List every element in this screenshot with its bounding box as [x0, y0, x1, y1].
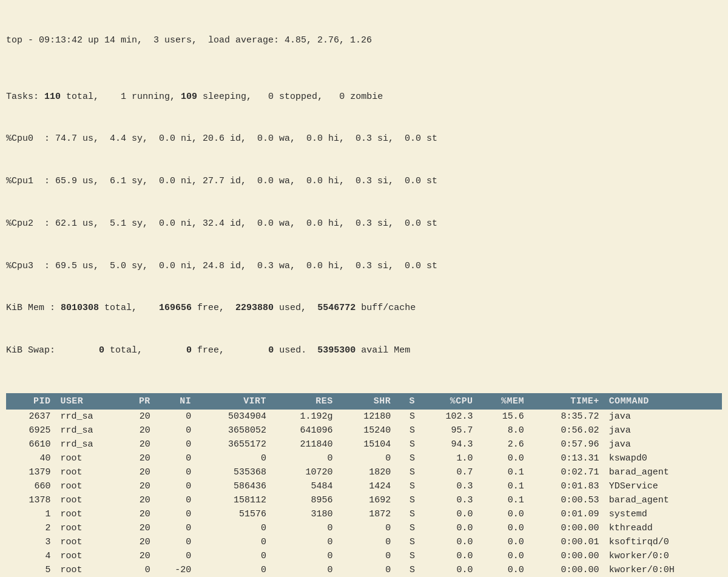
cell-ni: 0	[155, 521, 196, 535]
cell-s: S	[396, 535, 420, 549]
cell-pr: 20	[122, 493, 155, 507]
cell-pr: 20	[122, 451, 155, 465]
cell-shr: 1692	[338, 493, 396, 507]
tasks-sleeping-val: 109	[181, 92, 197, 102]
cell-pctcpu: 0.0	[420, 549, 478, 563]
col-user: USER	[55, 393, 122, 410]
table-row: 6925rrd_sa200365805264109615240S95.78.00…	[6, 423, 722, 437]
cell-command: YDService	[604, 479, 722, 493]
cell-virt: 5034904	[196, 410, 271, 423]
cell-virt: 3658052	[196, 423, 271, 437]
cell-virt: 0	[196, 563, 271, 577]
cell-pctmem: 8.0	[478, 423, 529, 437]
cell-user: root	[55, 465, 122, 479]
cell-ni: 0	[155, 410, 196, 423]
cell-shr: 0	[338, 521, 396, 535]
cell-command: kthreadd	[604, 521, 722, 535]
cell-pctmem: 0.0	[478, 535, 529, 549]
cell-pid: 6925	[6, 423, 55, 437]
cell-shr: 12180	[338, 410, 396, 423]
swap-line: KiB Swap: 0 total, 0 free, 0 used. 53953…	[6, 343, 722, 357]
cell-command: kworker/0:0H	[604, 563, 722, 577]
cell-command: kworker/0:0	[604, 549, 722, 563]
cell-user: rrd_sa	[55, 437, 122, 451]
swap-avail-val: 5395300	[317, 345, 356, 356]
cell-pctmem: 0.0	[478, 549, 529, 563]
cell-user: root	[55, 479, 122, 493]
cell-command: kswapd0	[604, 451, 722, 465]
cell-user: root	[55, 451, 122, 465]
table-row: 40root200000S1.00.00:13.31kswapd0	[6, 451, 722, 465]
cell-pid: 6610	[6, 437, 55, 451]
cell-res: 641096	[271, 423, 338, 437]
col-res: RES	[271, 393, 338, 410]
cell-virt: 3655172	[196, 437, 271, 451]
cell-pctcpu: 0.0	[420, 563, 478, 577]
cell-virt: 0	[196, 521, 271, 535]
cell-virt: 0	[196, 535, 271, 549]
cell-timeplus: 0:56.02	[529, 423, 604, 437]
cell-shr: 1820	[338, 465, 396, 479]
cell-pctcpu: 0.0	[420, 521, 478, 535]
cell-shr: 1424	[338, 479, 396, 493]
cell-s: S	[396, 479, 420, 493]
cell-pctmem: 0.0	[478, 507, 529, 521]
cell-pr: 20	[122, 507, 155, 521]
cell-pr: 20	[122, 465, 155, 479]
cell-pctcpu: 0.7	[420, 465, 478, 479]
table-row: 2root200000S0.00.00:00.00kthreadd	[6, 521, 722, 535]
cell-res: 0	[271, 535, 338, 549]
cell-shr: 0	[338, 451, 396, 465]
terminal-container: top - 09:13:42 up 14 min, 3 users, load …	[6, 5, 722, 577]
cell-shr: 15240	[338, 423, 396, 437]
mem-free-val: 169656	[159, 303, 192, 313]
col-ni: NI	[155, 393, 196, 410]
cell-pctmem: 0.1	[478, 465, 529, 479]
col-pr: PR	[122, 393, 155, 410]
cell-timeplus: 0:01.09	[529, 507, 604, 521]
cell-pctcpu: 102.3	[420, 410, 478, 423]
table-row: 1root2005157631801872S0.00.00:01.09syste…	[6, 507, 722, 521]
table-row: 3root200000S0.00.00:00.01ksoftirqd/0	[6, 535, 722, 549]
cell-timeplus: 0:13.31	[529, 451, 604, 465]
cell-pid: 5	[6, 563, 55, 577]
col-command: COMMAND	[604, 393, 722, 410]
cell-pctmem: 0.1	[478, 479, 529, 493]
cell-command: ksoftirqd/0	[604, 535, 722, 549]
cell-virt: 0	[196, 451, 271, 465]
cell-s: S	[396, 410, 420, 423]
cell-shr: 0	[338, 535, 396, 549]
cell-timeplus: 0:00.00	[529, 521, 604, 535]
cell-timeplus: 0:00.01	[529, 535, 604, 549]
cpu1-line: %Cpu1 : 65.9 us, 6.1 sy, 0.0 ni, 27.7 id…	[6, 174, 722, 188]
cell-s: S	[396, 507, 420, 521]
cell-pctmem: 2.6	[478, 437, 529, 451]
cell-pctmem: 0.0	[478, 521, 529, 535]
swap-total-val: 0	[99, 345, 104, 356]
cell-res: 1.192g	[271, 410, 338, 423]
cell-virt: 535368	[196, 465, 271, 479]
cell-shr: 1872	[338, 507, 396, 521]
cell-command: systemd	[604, 507, 722, 521]
cell-shr: 0	[338, 549, 396, 563]
cell-command: java	[604, 437, 722, 451]
cell-timeplus: 0:00.53	[529, 493, 604, 507]
cell-ni: 0	[155, 437, 196, 451]
cell-user: rrd_sa	[55, 423, 122, 437]
cell-s: S	[396, 465, 420, 479]
cell-s: S	[396, 549, 420, 563]
cell-ni: 0	[155, 535, 196, 549]
cell-res: 5484	[271, 479, 338, 493]
table-row: 4root200000S0.00.00:00.00kworker/0:0	[6, 549, 722, 563]
cell-virt: 586436	[196, 479, 271, 493]
cell-pr: 20	[122, 549, 155, 563]
cell-virt: 158112	[196, 493, 271, 507]
cell-timeplus: 0:00.00	[529, 549, 604, 563]
cpu0-line: %Cpu0 : 74.7 us, 4.4 sy, 0.0 ni, 20.6 id…	[6, 132, 722, 146]
cell-pctmem: 0.0	[478, 563, 529, 577]
cell-s: S	[396, 521, 420, 535]
cell-virt: 0	[196, 549, 271, 563]
tasks-total-val: 110	[44, 92, 61, 102]
swap-used-val: 0	[268, 345, 274, 356]
cell-ni: 0	[155, 493, 196, 507]
